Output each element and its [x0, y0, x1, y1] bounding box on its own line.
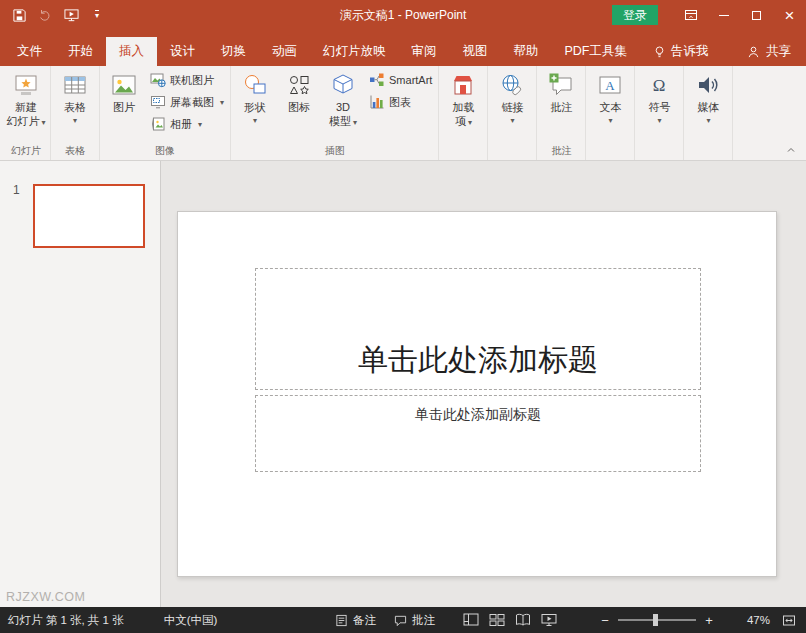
tab-animations[interactable]: 动画 [259, 37, 310, 66]
tab-help[interactable]: 帮助 [501, 37, 552, 66]
tab-home[interactable]: 开始 [55, 37, 106, 66]
customize-qat-button[interactable]: ▾ [84, 0, 110, 30]
ribbon-tab-strip: 文件 开始 插入 设计 切换 动画 幻灯片放映 审阅 视图 帮助 PDF工具集 … [0, 30, 806, 66]
minimize-button[interactable] [707, 0, 740, 30]
tab-pdf-tools[interactable]: PDF工具集 [552, 37, 641, 66]
picture-button[interactable]: 图片 [102, 68, 146, 115]
caret-down-icon: ▾ [353, 118, 357, 127]
subtitle-placeholder[interactable]: 单击此处添加副标题 [255, 395, 701, 472]
share-button[interactable]: 共享 [732, 37, 806, 66]
collapse-ribbon-button[interactable] [782, 143, 800, 157]
addins-label-1: 加载 [452, 101, 474, 115]
3d-model-icon [330, 70, 356, 100]
status-bar: 幻灯片 第 1 张, 共 1 张 中文(中国) 备注 批注 [0, 607, 806, 633]
tab-slideshow[interactable]: 幻灯片放映 [310, 37, 399, 66]
ribbon-display-options-button[interactable] [674, 0, 707, 30]
smartart-button[interactable]: SmartArt [365, 69, 436, 91]
zoom-out-button[interactable]: − [596, 607, 614, 633]
photo-album-button[interactable]: 相册 ▾ [146, 113, 228, 135]
text-label: 文本 [599, 101, 621, 115]
tell-me-box[interactable]: 告诉我 [640, 37, 722, 66]
tab-transitions[interactable]: 切换 [208, 37, 259, 66]
save-icon [12, 8, 27, 23]
online-pictures-button[interactable]: 联机图片 [146, 69, 228, 91]
ribbon-group-addins: 加载 项▾ [439, 66, 488, 160]
caret-down-icon: ▾ [41, 118, 45, 127]
tab-file[interactable]: 文件 [4, 37, 55, 66]
zoom-in-button[interactable]: + [700, 607, 718, 633]
group-label-images: 图像 [100, 144, 230, 160]
zoom-level[interactable]: 47% [732, 614, 770, 626]
photo-album-label: 相册 [170, 117, 192, 132]
shapes-icon [242, 70, 268, 100]
caret-down-icon: ▾ [198, 120, 202, 129]
symbol-button[interactable]: Ω 符号 ▾ [637, 68, 681, 124]
fit-slide-to-window-button[interactable] [776, 607, 802, 633]
save-button[interactable] [6, 0, 32, 30]
ribbon-group-text: A 文本 ▾ [586, 66, 635, 160]
smartart-label: SmartArt [389, 74, 432, 86]
table-button[interactable]: 表格 ▾ [53, 68, 97, 124]
new-slide-button[interactable]: 新建 幻灯片▾ [4, 68, 48, 129]
text-button[interactable]: A 文本 ▾ [588, 68, 632, 124]
caret-down-icon: ▾ [253, 116, 257, 125]
chart-icon [369, 94, 385, 110]
undo-button[interactable] [32, 0, 58, 30]
icons-icon [286, 70, 312, 100]
person-icon [747, 45, 760, 59]
tab-design[interactable]: 设计 [157, 37, 208, 66]
table-label: 表格 [64, 101, 86, 115]
svg-text:Ω: Ω [653, 76, 666, 95]
caret-down-icon: ▾ [706, 116, 710, 125]
normal-view-button[interactable] [458, 607, 484, 633]
maximize-button[interactable] [740, 0, 773, 30]
addins-button[interactable]: 加载 项▾ [441, 68, 485, 129]
new-comment-button[interactable]: 批注 [539, 68, 583, 115]
customize-qat-icon: ▾ [95, 10, 99, 20]
zoom-slider[interactable] [618, 619, 696, 621]
shapes-label: 形状 [244, 101, 266, 115]
slideshow-view-button[interactable] [536, 607, 562, 633]
zoom-slider-thumb[interactable] [653, 614, 658, 626]
shapes-button[interactable]: 形状 ▾ [233, 68, 277, 124]
3d-models-button[interactable]: 3D 模型▾ [321, 68, 365, 129]
comment-icon [548, 70, 574, 100]
group-label-links [488, 144, 536, 160]
tab-view[interactable]: 视图 [450, 37, 501, 66]
chart-label: 图表 [389, 95, 411, 110]
slide-sorter-view-button[interactable] [484, 607, 510, 633]
start-slideshow-button[interactable] [58, 0, 84, 30]
screenshot-label: 屏幕截图 [170, 95, 214, 110]
close-button[interactable]: × [773, 0, 806, 30]
new-slide-label-1: 新建 [15, 101, 37, 115]
text-box-icon: A [597, 70, 623, 100]
screenshot-button[interactable]: 屏幕截图 ▾ [146, 91, 228, 113]
tab-review[interactable]: 审阅 [399, 37, 450, 66]
ribbon-group-links: 链接 ▾ [488, 66, 537, 160]
notes-toggle[interactable]: 备注 [326, 607, 385, 633]
reading-view-button[interactable] [510, 607, 536, 633]
picture-icon [111, 70, 137, 100]
link-label: 链接 [501, 101, 523, 115]
slide-thumbnail[interactable] [33, 184, 145, 248]
title-bar-controls: 登录 × [612, 0, 806, 30]
slide-canvas[interactable]: 单击此处添加标题 单击此处添加副标题 [177, 211, 777, 577]
comment-bubble-icon [394, 614, 407, 627]
comments-toggle[interactable]: 批注 [385, 607, 444, 633]
group-label-tables: 表格 [51, 144, 99, 160]
group-label-symbols [635, 144, 683, 160]
link-button[interactable]: 链接 ▾ [490, 68, 534, 124]
tab-insert[interactable]: 插入 [106, 37, 157, 66]
smartart-icon [369, 72, 385, 88]
title-placeholder[interactable]: 单击此处添加标题 [255, 268, 701, 390]
addins-icon [450, 70, 476, 100]
media-button[interactable]: 媒体 ▾ [686, 68, 730, 124]
language-indicator[interactable]: 中文(中国) [155, 607, 227, 633]
ribbon-group-comments: 批注 批注 [537, 66, 586, 160]
link-icon [499, 70, 525, 100]
login-button[interactable]: 登录 [612, 5, 658, 25]
slide-info[interactable]: 幻灯片 第 1 张, 共 1 张 [0, 607, 133, 633]
maximize-icon [752, 11, 761, 20]
chart-button[interactable]: 图表 [365, 91, 436, 113]
icons-button[interactable]: 图标 [277, 68, 321, 115]
